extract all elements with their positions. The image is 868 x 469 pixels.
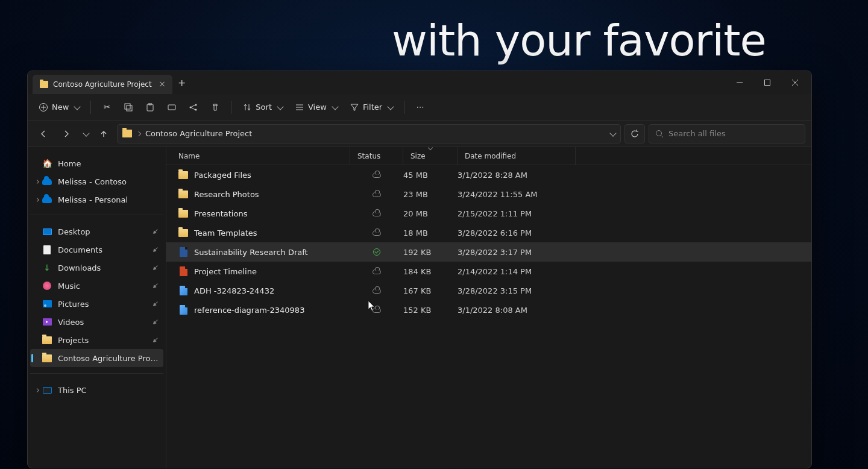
sidebar-label: Home (58, 159, 159, 168)
rename-icon (167, 102, 177, 112)
more-icon: ⋯ (415, 102, 425, 112)
expand-icon[interactable] (34, 197, 40, 203)
paste-button[interactable] (140, 100, 160, 115)
sidebar-item-desktop[interactable]: Desktop (30, 222, 163, 241)
more-button[interactable]: ⋯ (410, 100, 430, 115)
synced-icon (373, 248, 380, 256)
address-box[interactable]: Contoso Agriculture Project (117, 124, 621, 143)
search-input[interactable]: Search all files (649, 124, 805, 143)
sidebar-item-downloads[interactable]: ↓Downloads (30, 259, 163, 277)
copy-button[interactable] (119, 100, 138, 115)
sidebar-item-onedrive-contoso[interactable]: Melissa - Contoso (30, 172, 163, 190)
cloud-icon (373, 192, 381, 197)
file-row[interactable]: Team Templates18 MB3/28/2022 6:16 PM (166, 223, 811, 242)
sidebar-item-onedrive-personal[interactable]: Melissa - Personal (30, 190, 163, 209)
file-row[interactable]: Presentations20 MB2/15/2022 1:11 PM (166, 204, 811, 223)
forward-button[interactable] (57, 125, 76, 142)
sidebar-item-pictures[interactable]: Pictures (30, 295, 163, 313)
file-row[interactable]: Project Timeline184 KB2/14/2022 1:14 PM (166, 262, 811, 281)
file-name: Team Templates (194, 228, 257, 238)
file-date: 3/24/2022 11:55 AM (458, 190, 576, 199)
sidebar-label: Melissa - Contoso (58, 177, 159, 186)
sort-button[interactable]: Sort (237, 100, 288, 115)
view-button[interactable]: View (290, 100, 342, 115)
file-size: 192 KB (403, 248, 458, 257)
file-row[interactable]: Sustainability Research Draft192 KB3/28/… (166, 242, 811, 262)
tab-title: Contoso Agriculture Project (53, 80, 152, 89)
sidebar-label: Melissa - Personal (58, 195, 159, 204)
sidebar-item-videos[interactable]: Videos (30, 313, 163, 331)
share-button[interactable] (184, 100, 203, 115)
file-date: 3/1/2022 8:08 AM (458, 306, 576, 315)
file-row[interactable]: Research Photos23 MB3/24/2022 11:55 AM (166, 184, 811, 204)
address-dropdown-icon[interactable] (609, 130, 616, 136)
new-icon (39, 102, 48, 112)
pictures-icon (43, 300, 52, 307)
file-date: 3/1/2022 8:28 AM (458, 171, 576, 180)
expand-icon[interactable] (34, 387, 40, 393)
file-row[interactable]: Packaged Files45 MB3/1/2022 8:28 AM (166, 165, 811, 184)
refresh-button[interactable] (624, 124, 645, 143)
file-row[interactable]: ADH -324823-24432167 KB3/28/2022 3:15 PM (166, 281, 811, 300)
title-bar: Contoso Agriculture Project + (28, 71, 811, 94)
downloads-icon: ↓ (42, 263, 52, 272)
sidebar-item-contoso-project[interactable]: Contoso Agriculture Project (30, 349, 163, 367)
pc-icon (43, 387, 52, 394)
word-file-icon (180, 247, 187, 257)
new-button[interactable]: New (34, 100, 84, 115)
svg-rect-1 (765, 80, 770, 86)
file-date: 2/14/2022 1:14 PM (458, 267, 576, 276)
pin-icon (151, 336, 160, 344)
powerpoint-file-icon (180, 266, 187, 276)
search-icon (655, 130, 664, 138)
column-name[interactable]: Name (166, 147, 350, 165)
cut-button[interactable]: ✂ (97, 100, 116, 115)
folder-icon (40, 81, 48, 88)
maximize-button[interactable] (753, 73, 781, 92)
new-label: New (52, 102, 69, 112)
file-list[interactable]: Packaged Files45 MB3/1/2022 8:28 AMResea… (166, 165, 811, 468)
file-size: 23 MB (403, 190, 458, 199)
back-button[interactable] (34, 125, 53, 142)
file-size: 45 MB (403, 171, 458, 180)
close-window-button[interactable] (781, 73, 809, 92)
file-date: 3/28/2022 3:17 PM (458, 248, 576, 257)
rename-button[interactable] (162, 100, 181, 115)
column-size[interactable]: Size (403, 147, 458, 165)
column-date[interactable]: Date modified (458, 147, 576, 165)
file-row[interactable]: reference-diagram-2340983152 KB3/1/2022 … (166, 300, 811, 319)
minimize-button[interactable] (726, 73, 753, 92)
svg-rect-9 (147, 104, 153, 111)
up-button[interactable] (94, 125, 113, 142)
folder-icon (42, 354, 52, 362)
close-tab-icon[interactable] (159, 81, 165, 87)
sidebar-label: Music (58, 282, 146, 291)
sidebar-item-documents[interactable]: Documents (30, 241, 163, 259)
column-status[interactable]: Status (350, 147, 403, 165)
column-headers: Name Status Size Date modified (166, 147, 811, 165)
expand-icon[interactable] (34, 178, 40, 184)
sidebar-item-music[interactable]: Music (30, 277, 163, 295)
sidebar-label: Pictures (58, 300, 146, 309)
delete-button[interactable] (206, 100, 225, 115)
recent-dropdown-button[interactable] (80, 125, 90, 142)
filter-label: Filter (363, 102, 382, 112)
cloud-icon (373, 307, 381, 313)
sidebar-item-this-pc[interactable]: This PC (30, 381, 163, 399)
sidebar-label: Desktop (58, 227, 146, 236)
new-tab-button[interactable]: + (172, 73, 192, 92)
sidebar: 🏠 Home Melissa - Contoso Melissa - Perso… (28, 147, 166, 468)
search-placeholder: Search all files (668, 129, 726, 138)
filter-button[interactable]: Filter (345, 100, 398, 115)
onedrive-icon (42, 197, 52, 203)
folder-icon (178, 210, 188, 218)
share-icon (189, 102, 198, 112)
sidebar-item-projects[interactable]: Projects (30, 331, 163, 349)
file-size: 184 KB (403, 267, 458, 276)
file-name: Project Timeline (194, 267, 257, 276)
file-size: 20 MB (403, 209, 458, 218)
sidebar-item-home[interactable]: 🏠 Home (30, 154, 163, 172)
tab-active[interactable]: Contoso Agriculture Project (33, 75, 172, 94)
file-name: ADH -324823-24432 (194, 286, 274, 295)
svg-point-13 (195, 104, 197, 105)
